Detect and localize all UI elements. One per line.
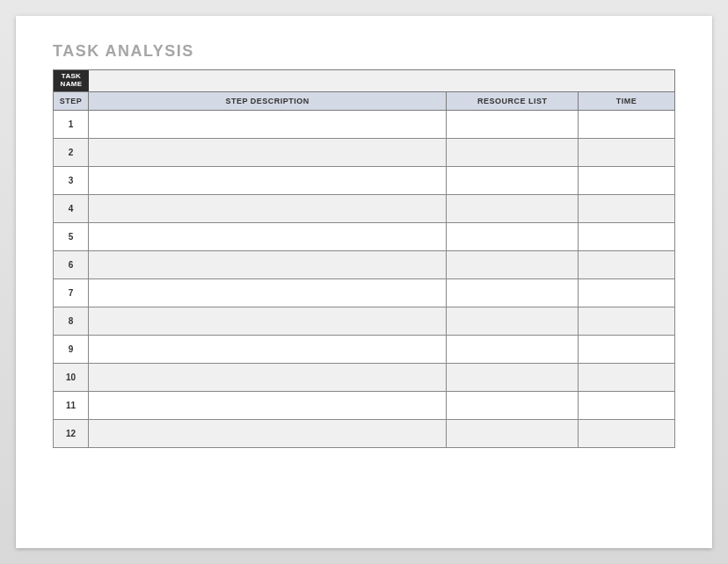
step-number: 9 xyxy=(54,335,89,363)
step-description-cell[interactable] xyxy=(88,363,446,391)
resource-cell[interactable] xyxy=(447,419,579,447)
step-description-cell[interactable] xyxy=(88,391,446,419)
resource-cell[interactable] xyxy=(447,335,579,363)
document-page: TASK ANALYSIS TASK NAME STEP STEP DESCRI… xyxy=(16,16,712,548)
table-header-row: STEP STEP DESCRIPTION RESOURCE LIST TIME xyxy=(54,91,675,110)
resource-cell[interactable] xyxy=(447,138,579,166)
resource-cell[interactable] xyxy=(447,391,579,419)
table-row: 9 xyxy=(54,335,675,363)
step-number: 3 xyxy=(54,166,89,194)
step-description-cell[interactable] xyxy=(88,166,446,194)
table-row: 8 xyxy=(54,307,675,335)
resource-cell[interactable] xyxy=(447,110,579,138)
time-cell[interactable] xyxy=(579,222,675,250)
col-header-step: STEP xyxy=(54,91,89,110)
step-number: 2 xyxy=(54,138,89,166)
table-row: 5 xyxy=(54,222,675,250)
table-row: 3 xyxy=(54,166,675,194)
task-name-row: TASK NAME xyxy=(53,69,675,91)
time-cell[interactable] xyxy=(579,278,675,307)
col-header-time: TIME xyxy=(579,91,675,110)
resource-cell[interactable] xyxy=(447,222,579,250)
resource-cell[interactable] xyxy=(447,194,579,222)
step-description-cell[interactable] xyxy=(88,307,446,335)
time-cell[interactable] xyxy=(579,194,675,222)
step-number: 5 xyxy=(54,222,89,250)
step-number: 7 xyxy=(54,278,89,307)
step-description-cell[interactable] xyxy=(88,138,446,166)
step-number: 12 xyxy=(54,419,89,447)
step-number: 1 xyxy=(54,110,89,138)
step-description-cell[interactable] xyxy=(88,278,446,307)
step-description-cell[interactable] xyxy=(88,194,446,222)
table-row: 6 xyxy=(54,250,675,278)
resource-cell[interactable] xyxy=(447,250,579,278)
resource-cell[interactable] xyxy=(447,278,579,307)
time-cell[interactable] xyxy=(579,391,675,419)
time-cell[interactable] xyxy=(579,110,675,138)
time-cell[interactable] xyxy=(579,138,675,166)
task-name-label: TASK NAME xyxy=(54,70,89,91)
resource-cell[interactable] xyxy=(447,307,579,335)
table-row: 12 xyxy=(54,419,675,447)
step-number: 10 xyxy=(54,363,89,391)
step-number: 8 xyxy=(54,307,89,335)
table-row: 1 xyxy=(54,110,675,138)
table-row: 10 xyxy=(54,363,675,391)
step-number: 4 xyxy=(54,194,89,222)
step-description-cell[interactable] xyxy=(88,335,446,363)
col-header-description: STEP DESCRIPTION xyxy=(88,91,446,110)
time-cell[interactable] xyxy=(579,250,675,278)
table-row: 11 xyxy=(54,391,675,419)
resource-cell[interactable] xyxy=(447,363,579,391)
resource-cell[interactable] xyxy=(447,166,579,194)
step-number: 6 xyxy=(54,250,89,278)
task-name-input[interactable] xyxy=(89,70,674,91)
page-title: TASK ANALYSIS xyxy=(53,42,675,61)
step-description-cell[interactable] xyxy=(88,419,446,447)
step-description-cell[interactable] xyxy=(88,222,446,250)
time-cell[interactable] xyxy=(579,166,675,194)
table-row: 4 xyxy=(54,194,675,222)
step-description-cell[interactable] xyxy=(88,110,446,138)
table-row: 2 xyxy=(54,138,675,166)
time-cell[interactable] xyxy=(579,335,675,363)
time-cell[interactable] xyxy=(579,363,675,391)
time-cell[interactable] xyxy=(579,419,675,447)
step-description-cell[interactable] xyxy=(88,250,446,278)
col-header-resource: RESOURCE LIST xyxy=(447,91,579,110)
table-row: 7 xyxy=(54,278,675,307)
step-number: 11 xyxy=(54,391,89,419)
task-table: STEP STEP DESCRIPTION RESOURCE LIST TIME… xyxy=(53,91,675,448)
time-cell[interactable] xyxy=(579,307,675,335)
